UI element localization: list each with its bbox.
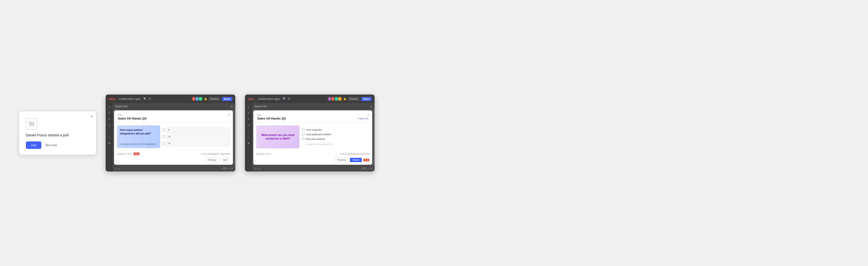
svg-rect-2	[29, 125, 34, 126]
poll-modal-body-1: How many partner integrations did we add…	[114, 123, 233, 151]
share-button-1[interactable]: Share	[222, 97, 232, 101]
poll-option-row-1c: 81	[162, 141, 230, 146]
finish-button-2[interactable]: Finish	[350, 158, 362, 162]
pen-tool-2[interactable]: ✏	[246, 117, 251, 122]
search-icon-2[interactable]: 🔍	[283, 97, 286, 101]
toolbar-2: miro Collaborative apps 🔍 ⚙ A D J K 🔔 Pr…	[245, 95, 375, 103]
poll-modal-footer-1: Question 2 of 3 Poll 2 of 10 participant…	[114, 151, 233, 158]
question-num-2: Question 3 of 3	[256, 153, 271, 155]
next-button-1[interactable]: Next	[220, 158, 230, 162]
collaborative-apps-2: Collaborative apps	[258, 98, 280, 100]
poll-option-2c: New sales pipelines	[302, 138, 369, 140]
text-tool[interactable]: T	[107, 111, 112, 115]
poll-option-bar-1b[interactable]: 18	[167, 134, 230, 139]
poll-footer-left-1: Question 2 of 3 Poll	[117, 153, 140, 155]
settings-icon-1[interactable]: ⚙	[148, 97, 151, 101]
line-tool-2[interactable]: /	[246, 129, 251, 133]
notification-message: Daniel Fosco started a poll	[26, 133, 89, 137]
zoom-controls-1: − 80% + ⊡	[220, 167, 233, 170]
open-poll-icon-2: ↗	[356, 117, 359, 120]
fit-screen-2[interactable]: ⊡	[370, 167, 372, 170]
avatar-group-1: D M S	[192, 97, 203, 101]
zoom-level-2: 80%	[362, 167, 367, 170]
more-tool[interactable]: ⊕	[107, 141, 112, 145]
svg-rect-1	[29, 124, 34, 124]
poll-modal-close-1[interactable]: ×	[228, 113, 230, 117]
poll-option-bar-1a[interactable]: 8	[167, 128, 230, 133]
redo-icon-1[interactable]: ↪	[119, 167, 121, 170]
poll-checkbox-1a[interactable]	[162, 129, 165, 131]
not-now-button[interactable]: Not now	[44, 141, 59, 149]
join-button[interactable]: Join	[26, 141, 41, 149]
poll-option-bar-1c[interactable]: 81	[167, 141, 230, 146]
notifications-icon-1[interactable]: 🔔	[204, 98, 207, 100]
poll-label-1: Poll	[118, 114, 229, 116]
present-button-1[interactable]: Present	[209, 97, 220, 101]
poll-option-label-2a: APAC expansion	[306, 129, 322, 131]
avatar-3: S	[198, 97, 203, 101]
svg-rect-0	[29, 122, 34, 123]
poll-checkbox-2b[interactable]	[302, 133, 305, 136]
text-tool-2[interactable]: T	[246, 111, 251, 115]
poll-label-2: Poll	[257, 114, 368, 116]
shape-tool[interactable]: ◻	[107, 123, 112, 128]
shape-tool-2[interactable]: ◻	[246, 123, 251, 128]
poll-checkbox-1b[interactable]	[162, 135, 165, 138]
notification-card: × Daniel Fosco started a poll Join Not n…	[19, 111, 96, 155]
poll-question-card-1: How many partner integrations did we add…	[117, 125, 160, 148]
toolbar-icons-2: 🔍 ⚙	[283, 97, 290, 101]
collaborative-apps-1: Collaborative apps	[119, 98, 141, 100]
cursor-tool[interactable]: ↖	[107, 105, 112, 109]
poll-modal-close-2[interactable]: ×	[367, 113, 369, 117]
poll-nav-2: Previous Finish Poll	[253, 158, 372, 165]
search-icon-1[interactable]: 🔍	[143, 97, 147, 101]
poll-option-row-1b: 18	[162, 134, 230, 139]
cursor-tool-2[interactable]: ↖	[246, 105, 251, 109]
toolbar-icons-1: 🔍 ⚙	[143, 97, 151, 101]
no-right-wrong-text: No right or wrong answers here	[302, 143, 369, 145]
poll-footer-left-2: Question 3 of 3	[256, 153, 271, 155]
fit-screen-1[interactable]: ⊡	[231, 167, 233, 170]
share-button-2[interactable]: Share	[361, 97, 372, 101]
poll-modal-1: Poll Sales All-Hands Q4 × How many partn…	[114, 110, 233, 165]
poll-checkbox-2c[interactable]	[302, 138, 305, 140]
poll-checkbox-1c[interactable]	[162, 142, 165, 145]
redo-icon-2[interactable]: ↪	[258, 167, 260, 170]
zoom-out-1[interactable]: −	[220, 167, 222, 170]
poll-hint-1: Considering only non-US integrations	[120, 143, 157, 145]
participants-count-2: 1 of 10 participants responded	[340, 153, 369, 155]
more-tool-2[interactable]: ⊕	[246, 141, 251, 145]
present-button-2[interactable]: Present	[348, 97, 360, 101]
poll-nav-1: Previous Next	[114, 158, 233, 165]
close-icon: ×	[91, 114, 93, 118]
poll-option-label-2b: Lead qualification initiative	[306, 133, 331, 136]
undo-icon-2[interactable]: ↩	[254, 167, 256, 170]
board-polls-close-2[interactable]: ∧	[370, 105, 372, 108]
sticky-tool[interactable]: □	[107, 135, 112, 139]
notifications-icon-2[interactable]: 🔔	[343, 98, 346, 100]
close-button[interactable]: ×	[91, 115, 93, 118]
zoom-out-2[interactable]: −	[360, 167, 361, 170]
poll-option-2a: APAC expansion	[302, 128, 369, 131]
pen-tool[interactable]: ✏	[107, 117, 112, 122]
miro-content-2: ↖ T ✏ ◻ / □ ⊕ Board Polls ∧ Poll Sales A…	[245, 103, 375, 171]
prev-button-1[interactable]: Previous	[205, 158, 219, 162]
progress-badge-2: Poll	[363, 159, 369, 161]
poll-option-2b: Lead qualification initiative	[302, 133, 369, 136]
line-tool[interactable]: /	[107, 129, 112, 133]
settings-icon-2[interactable]: ⚙	[288, 97, 290, 101]
sticky-tool-2[interactable]: □	[246, 135, 251, 139]
bottom-bar-icons-1: ↩ ↪	[115, 167, 121, 170]
poll-checkbox-2a[interactable]	[302, 128, 305, 131]
poll-options-1: 8 18 81	[162, 125, 230, 148]
zoom-in-1[interactable]: +	[228, 167, 230, 170]
poll-footer-right-1: 2 of 10 participants responded	[201, 153, 230, 155]
undo-icon-1[interactable]: ↩	[115, 167, 117, 170]
zoom-in-2[interactable]: +	[368, 167, 369, 170]
avatar-group-2: A D J K	[329, 97, 342, 101]
poll-modal-header-2: Poll Sales All-Hands Q4 ↗ Open poll ×	[253, 110, 372, 123]
board-polls-close-1[interactable]: ∧	[230, 105, 233, 108]
prev-button-2[interactable]: Previous	[335, 158, 348, 162]
avatar-7: K	[338, 97, 342, 101]
open-poll-link-2[interactable]: ↗ Open poll	[356, 117, 368, 120]
